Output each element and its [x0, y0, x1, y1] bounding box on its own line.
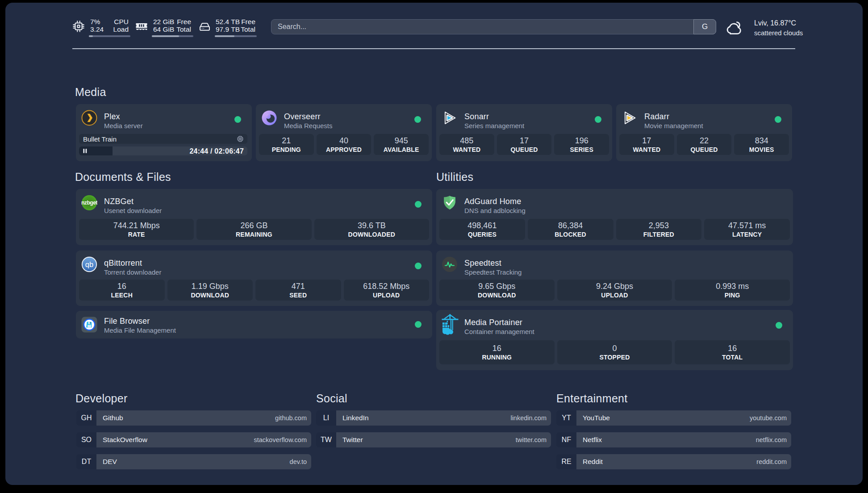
svg-text:nzbget: nzbget: [81, 200, 97, 206]
svg-text:qb: qb: [85, 260, 93, 268]
